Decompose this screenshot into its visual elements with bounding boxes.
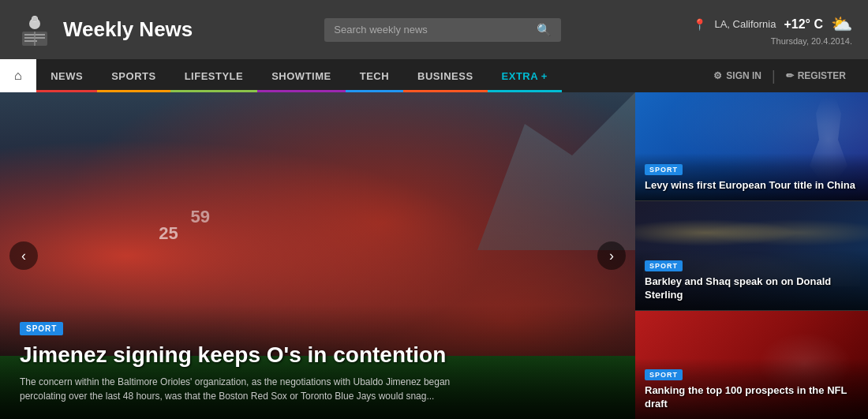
nav-label-tech: TECH: [360, 70, 389, 82]
sidebar: SPORT Levy wins first European Tour titl…: [635, 92, 868, 419]
sidebar-title-3: Ranking the top 100 prospects in the NFL…: [645, 384, 859, 411]
sign-in-label: SIGN IN: [726, 70, 761, 81]
slider-next-button[interactable]: ›: [597, 241, 626, 270]
sign-in-button[interactable]: ⚙ SIGN IN: [707, 59, 768, 92]
nav-item-news[interactable]: NEWS: [36, 59, 97, 92]
weather-icon: ⛅: [831, 14, 852, 35]
sidebar-title-1: Levy wins first European Tour title in C…: [645, 179, 859, 193]
search-icon[interactable]: 🔍: [537, 23, 552, 37]
nav-label-business: BUSINESS: [417, 70, 473, 82]
search-area: 🔍: [193, 18, 693, 42]
sidebar-badge-1: SPORT: [645, 164, 683, 175]
weather-area: 📍 LA, California +12° C ⛅ Thursday, 20.4…: [693, 14, 852, 46]
register-icon: ✏: [786, 70, 794, 81]
sidebar-item-2[interactable]: SPORT Barkley and Shaq speak on on Donal…: [635, 201, 868, 310]
nav-item-extra[interactable]: EXTRA +: [488, 59, 562, 92]
nav-item-lifestyle[interactable]: LIFESTYLE: [170, 59, 258, 92]
sidebar-badge-2: SPORT: [645, 260, 683, 271]
sidebar-title-2: Barkley and Shaq speak on on Donald Ster…: [645, 275, 859, 302]
nav-item-business[interactable]: BUSINESS: [403, 59, 487, 92]
main-content: 25 59 ‹ › SPORT Jimenez signing keeps O'…: [0, 92, 868, 419]
hero-overlay: SPORT Jimenez signing keeps O's in conte…: [0, 305, 635, 419]
hero-slider: 25 59 ‹ › SPORT Jimenez signing keeps O'…: [0, 92, 635, 419]
nav-label-showtime: SHOWTIME: [271, 70, 331, 82]
register-button[interactable]: ✏ REGISTER: [780, 59, 852, 92]
sidebar-item-1[interactable]: SPORT Levy wins first European Tour titl…: [635, 92, 868, 201]
nav-item-sports[interactable]: SPORTS: [97, 59, 170, 92]
logo-icon: [16, 11, 54, 49]
home-icon: ⌂: [14, 69, 22, 83]
hero-description: The concern within the Baltimore Orioles…: [20, 375, 477, 403]
hero-sport-badge: SPORT: [20, 322, 63, 335]
nav-item-showtime[interactable]: SHOWTIME: [257, 59, 346, 92]
nav-label-lifestyle: LIFESTYLE: [185, 70, 244, 82]
sidebar-overlay-2: SPORT Barkley and Shaq speak on on Donal…: [635, 249, 868, 310]
sidebar-overlay-3: SPORT Ranking the top 100 prospects in t…: [635, 358, 868, 419]
weather-top: 📍 LA, California +12° C ⛅: [693, 14, 852, 35]
sign-in-icon: ⚙: [713, 70, 722, 81]
chevron-left-icon: ‹: [21, 248, 26, 264]
weather-date: Thursday, 20.4.2014.: [771, 36, 852, 46]
nav-left: ⌂ NEWS SPORTS LIFESTYLE SHOWTIME TECH BU…: [0, 59, 707, 92]
nav-divider: |: [772, 68, 776, 84]
nav-right: ⚙ SIGN IN | ✏ REGISTER: [707, 59, 868, 92]
search-box[interactable]: 🔍: [324, 18, 561, 42]
main-nav: ⌂ NEWS SPORTS LIFESTYLE SHOWTIME TECH BU…: [0, 59, 868, 92]
weather-temperature: +12° C: [784, 17, 823, 32]
search-input[interactable]: [334, 24, 537, 36]
nav-label-news: NEWS: [51, 70, 83, 82]
chevron-right-icon: ›: [609, 248, 614, 264]
site-header: Weekly News 🔍 📍 LA, California +12° C ⛅ …: [0, 0, 868, 59]
slider-prev-button[interactable]: ‹: [9, 241, 38, 270]
sidebar-overlay-1: SPORT Levy wins first European Tour titl…: [635, 153, 868, 200]
logo-area: Weekly News: [16, 11, 193, 49]
register-label: REGISTER: [798, 70, 846, 81]
nav-label-sports: SPORTS: [111, 70, 155, 82]
site-title: Weekly News: [63, 17, 193, 42]
sidebar-item-3[interactable]: SPORT Ranking the top 100 prospects in t…: [635, 311, 868, 419]
weather-location: LA, California: [714, 18, 776, 30]
nav-label-extra: EXTRA +: [502, 70, 548, 82]
nav-item-tech[interactable]: TECH: [346, 59, 403, 92]
location-pin-icon: 📍: [693, 18, 706, 31]
hero-title: Jimenez signing keeps O's in contention: [20, 342, 615, 368]
nav-item-home[interactable]: ⌂: [0, 59, 36, 92]
sidebar-badge-3: SPORT: [645, 369, 683, 380]
